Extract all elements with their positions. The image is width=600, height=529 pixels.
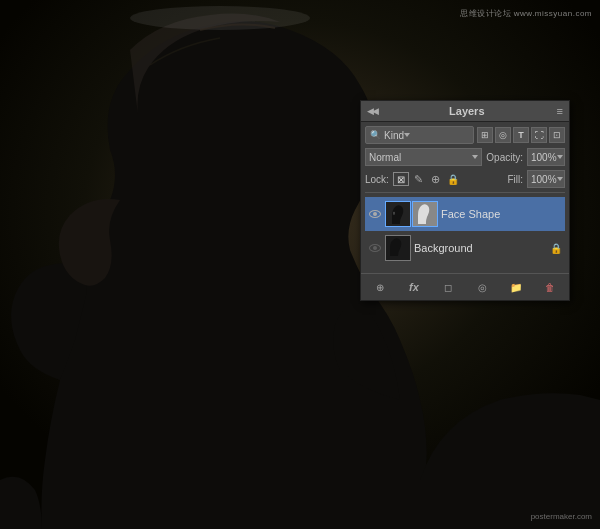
filter-row: 🔍 Kind ⊞ ◎ T ⛶ ⊡ xyxy=(365,126,565,144)
fill-value: 100% xyxy=(531,174,557,185)
fill-label: Fill: xyxy=(507,174,523,185)
face-shape-mask-thumb xyxy=(412,201,438,227)
filter-icons: ⊞ ◎ T ⛶ ⊡ xyxy=(477,127,565,143)
panel-header: ◀◀ Layers ≡ xyxy=(361,101,569,122)
opacity-label: Opacity: xyxy=(486,152,523,163)
blend-opacity-row: Normal Opacity: 100% xyxy=(365,148,565,166)
toolbar-mask-btn[interactable]: ◻ xyxy=(438,278,458,296)
layer-item-background[interactable]: Background 🔒 xyxy=(365,231,565,265)
layers-panel: ◀◀ Layers ≡ 🔍 Kind ⊞ ◎ T ⛶ ⊡ xyxy=(360,100,570,301)
panel-header-icons: ≡ xyxy=(557,105,563,117)
lock-row: Lock: ⊠ ✎ ⊕ 🔒 Fill: 100% xyxy=(365,170,565,193)
blend-mode-arrow xyxy=(472,155,478,159)
panel-body: 🔍 Kind ⊞ ◎ T ⛶ ⊡ Normal Opacity: xyxy=(361,122,569,273)
background-thumb-svg xyxy=(386,236,410,260)
eye-icon-background xyxy=(369,244,381,252)
filter-adjust-btn[interactable]: ◎ xyxy=(495,127,511,143)
panel-title: Layers xyxy=(449,105,484,117)
lock-icons: ⊠ ✎ ⊕ 🔒 xyxy=(393,172,504,186)
kind-dropdown-arrow xyxy=(404,133,410,137)
face-shape-thumb-group xyxy=(385,201,438,227)
fill-input[interactable]: 100% xyxy=(527,170,565,188)
background-lock-icon: 🔒 xyxy=(550,243,562,254)
filter-smart-btn[interactable]: ⊡ xyxy=(549,127,565,143)
toolbar-adjustment-btn[interactable]: ◎ xyxy=(472,278,492,296)
blend-mode-value: Normal xyxy=(369,152,401,163)
filter-pixel-btn[interactable]: ⊞ xyxy=(477,127,493,143)
layer-item-face-shape[interactable]: Face Shape xyxy=(365,197,565,231)
kind-label: Kind xyxy=(384,130,404,141)
watermark-top: 思维设计论坛 www.missyuan.com xyxy=(460,8,592,19)
panel-toolbar: ⊕ fx ◻ ◎ 📁 🗑 xyxy=(361,273,569,300)
lock-label: Lock: xyxy=(365,174,389,185)
face-shape-thumb-svg xyxy=(386,202,410,226)
lock-all-btn[interactable]: 🔒 xyxy=(446,172,460,186)
toolbar-link-btn[interactable]: ⊕ xyxy=(370,278,390,296)
search-icon: 🔍 xyxy=(370,130,381,140)
filter-shape-btn[interactable]: ⛶ xyxy=(531,127,547,143)
opacity-input[interactable]: 100% xyxy=(527,148,565,166)
canvas-area: 思维设计论坛 www.missyuan.com postermaker.com … xyxy=(0,0,600,529)
layer-visibility-background[interactable] xyxy=(368,241,382,255)
kind-search-input[interactable]: 🔍 Kind xyxy=(365,126,474,144)
face-shape-layer-name: Face Shape xyxy=(441,208,562,220)
opacity-arrow xyxy=(557,155,563,159)
toolbar-fx-btn[interactable]: fx xyxy=(404,278,424,296)
opacity-value: 100% xyxy=(531,152,557,163)
background-layer-name: Background xyxy=(414,242,547,254)
lock-move-btn[interactable]: ⊕ xyxy=(429,172,443,186)
background-main-thumb xyxy=(385,235,411,261)
panel-menu-icon[interactable]: ≡ xyxy=(557,105,563,117)
filter-type-btn[interactable]: T xyxy=(513,127,529,143)
lock-draw-btn[interactable]: ✎ xyxy=(412,172,426,186)
watermark-bottom: postermaker.com xyxy=(531,512,592,521)
fill-arrow xyxy=(557,177,563,181)
eye-icon-face-shape xyxy=(369,210,381,218)
blend-mode-select[interactable]: Normal xyxy=(365,148,482,166)
eye-dot xyxy=(373,212,377,216)
collapse-arrows-icon[interactable]: ◀◀ xyxy=(367,106,377,116)
layer-visibility-face-shape[interactable] xyxy=(368,207,382,221)
face-shape-main-thumb xyxy=(385,201,411,227)
toolbar-delete-btn[interactable]: 🗑 xyxy=(540,278,560,296)
eye-dot-bg xyxy=(373,246,377,250)
lock-checkerboard-btn[interactable]: ⊠ xyxy=(393,172,409,186)
background-thumb-group xyxy=(385,235,411,261)
layers-list: Face Shape xyxy=(365,197,565,265)
face-shape-mask-svg xyxy=(413,202,437,226)
toolbar-group-btn[interactable]: 📁 xyxy=(506,278,526,296)
